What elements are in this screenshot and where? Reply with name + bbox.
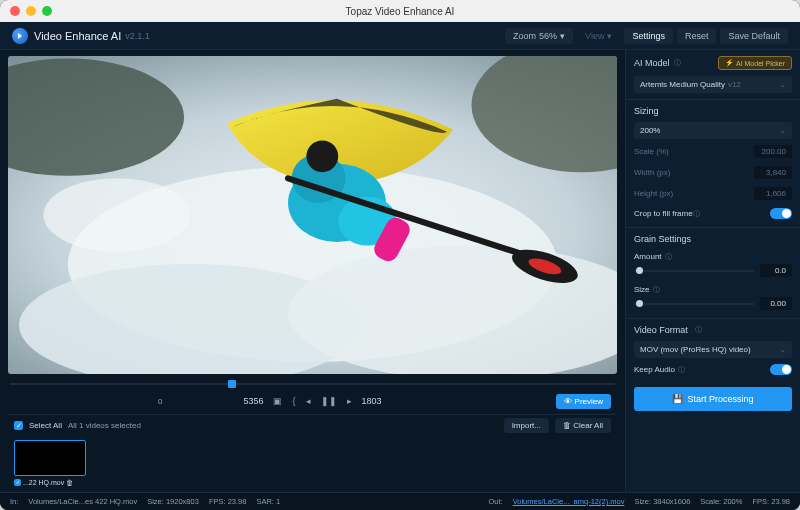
window-title: Topaz Video Enhance AI [346, 6, 455, 17]
app-version: v2.1.1 [125, 31, 150, 41]
info-icon[interactable]: ⓘ [678, 365, 685, 375]
maximize-icon[interactable] [42, 6, 52, 16]
width-field[interactable]: 3,840 [754, 166, 792, 179]
app-window: Topaz Video Enhance AI Video Enhance AI … [0, 0, 800, 510]
time-start: 0 [158, 397, 162, 406]
chevron-down-icon: ⌄ [780, 127, 786, 135]
start-processing-button[interactable]: 💾 Start Processing [634, 387, 792, 411]
app-body: 0 5356 ▣ { ◂ ❚❚ ▸ 1803 👁 Preview ✓ Selec… [0, 50, 800, 492]
thumbnail-image [14, 440, 86, 476]
size-slider[interactable] [634, 303, 754, 305]
trash-icon: 🗑 [563, 421, 571, 430]
reset-button[interactable]: Reset [677, 28, 717, 44]
sizing-preset-dropdown[interactable]: 200% ⌄ [634, 122, 792, 139]
eye-icon: 👁 [564, 397, 572, 406]
view-control[interactable]: View ▾ [577, 28, 620, 44]
video-preview[interactable] [8, 56, 617, 374]
chevron-down-icon: ▾ [607, 31, 612, 41]
input-path: Volumes/LaCie...es 422 HQ.mov [28, 497, 137, 506]
scale-field[interactable]: 200.00 [754, 145, 792, 158]
format-dropdown[interactable]: MOV (mov (ProRes HQ) video) ⌄ [634, 341, 792, 358]
thumbnail-item[interactable]: ✓ ...22 HQ.mov 🗑 [14, 440, 86, 488]
ai-model-dropdown[interactable]: Artemis Medium Quality v12 ⌄ [634, 76, 792, 93]
amount-slider[interactable] [634, 270, 754, 272]
camera-icon[interactable]: ▣ [273, 396, 282, 406]
trash-icon[interactable]: 🗑 [66, 479, 73, 486]
selection-count: All 1 videos selected [68, 421, 141, 430]
settings-button[interactable]: Settings [624, 28, 673, 44]
window-controls [10, 6, 52, 16]
keep-audio-toggle[interactable] [770, 364, 792, 375]
sizing-header: Sizing [634, 106, 659, 116]
svg-point-10 [306, 140, 338, 172]
timeline[interactable] [10, 380, 615, 388]
frame-other: 1803 [362, 396, 382, 406]
save-icon: 💾 [672, 394, 683, 404]
chevron-down-icon: ▾ [560, 31, 565, 41]
app-header: Video Enhance AI v2.1.1 Zoom 56% ▾ View … [0, 22, 800, 50]
step-forward-icon[interactable]: ▸ [347, 396, 352, 406]
bolt-icon: ⚡ [725, 59, 734, 67]
status-bar: In: Volumes/LaCie...es 422 HQ.mov Size: … [0, 492, 800, 510]
minimize-icon[interactable] [26, 6, 36, 16]
timeline-track [10, 383, 615, 385]
crop-toggle[interactable] [770, 208, 792, 219]
save-default-button[interactable]: Save Default [720, 28, 788, 44]
info-icon[interactable]: ⓘ [653, 285, 660, 295]
select-all-checkbox[interactable]: ✓ [14, 421, 23, 430]
timeline-handle[interactable] [228, 380, 236, 388]
format-header: Video Format [634, 325, 688, 335]
app-logo-icon [12, 28, 28, 44]
pause-icon[interactable]: ❚❚ [321, 396, 337, 406]
svg-point-6 [43, 178, 190, 251]
preview-image [8, 56, 617, 374]
info-icon[interactable]: ⓘ [674, 58, 681, 68]
frame-current: 5356 [243, 396, 263, 406]
chevron-down-icon: ⌄ [780, 81, 786, 89]
info-icon[interactable]: ⓘ [693, 209, 700, 219]
chevron-down-icon: ⌄ [780, 346, 786, 354]
ai-model-header: AI Model [634, 58, 670, 68]
height-field[interactable]: 1,606 [754, 187, 792, 200]
ai-model-picker-button[interactable]: ⚡ AI Model Picker [718, 56, 792, 70]
app-name: Video Enhance AI [34, 30, 121, 42]
main-panel: 0 5356 ▣ { ◂ ❚❚ ▸ 1803 👁 Preview ✓ Selec… [0, 50, 625, 492]
output-path-link[interactable]: Volumes/LaCie..._amq-12(2).mov [513, 497, 625, 506]
step-back-icon[interactable]: ◂ [306, 396, 311, 406]
grain-header: Grain Settings [634, 234, 691, 244]
playbar: 0 5356 ▣ { ◂ ❚❚ ▸ 1803 👁 Preview [8, 390, 617, 412]
clear-all-button[interactable]: 🗑 Clear All [555, 418, 611, 433]
zoom-control[interactable]: Zoom 56% ▾ [505, 28, 573, 44]
thumb-checkbox[interactable]: ✓ [14, 479, 21, 486]
info-icon[interactable]: ⓘ [695, 325, 702, 335]
info-icon[interactable]: ⓘ [665, 252, 672, 262]
titlebar: Topaz Video Enhance AI [0, 0, 800, 22]
thumbnail-strip: ✓ ...22 HQ.mov 🗑 [8, 436, 617, 492]
bracket-left-icon[interactable]: { [292, 396, 295, 406]
preview-button[interactable]: 👁 Preview [556, 394, 611, 409]
import-button[interactable]: Import... [504, 418, 549, 433]
sidebar: AI Model ⓘ ⚡ AI Model Picker Artemis Med… [625, 50, 800, 492]
selection-bar: ✓ Select All All 1 videos selected Impor… [8, 414, 617, 436]
select-all-label: Select All [29, 421, 62, 430]
close-icon[interactable] [10, 6, 20, 16]
thumbnail-label: ✓ ...22 HQ.mov 🗑 [14, 476, 86, 488]
